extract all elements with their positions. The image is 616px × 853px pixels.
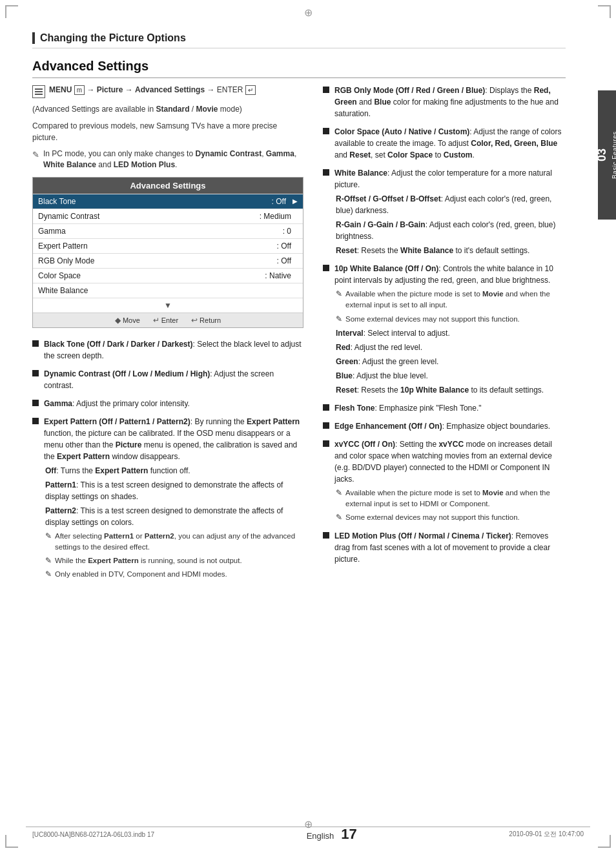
page-footer: [UC8000-NA]BN68-02712A-06L03.indb 17 Eng… (0, 826, 616, 843)
bullet-content-rgb-only-mode: RGB Only Mode (Off / Red / Green / Blue)… (334, 85, 566, 119)
bullet-dynamic-contrast: Dynamic Contrast (Off / Low / Medium / H… (32, 368, 303, 391)
bullet-icon (323, 128, 329, 134)
row-label-dynamic-contrast: Dynamic Contrast (38, 212, 260, 221)
subsection-line (32, 77, 566, 78)
bullet-content-10p-white-balance: 10p White Balance (Off / On): Controls t… (334, 263, 566, 396)
10pwb-sub-red: Red: Adjust the red level. (336, 342, 566, 353)
bullet-icon (32, 418, 39, 424)
move-icon: ◆ (115, 316, 121, 325)
footer-enter-label: Enter (161, 316, 178, 324)
bullet-content-expert-pattern: Expert Pattern (Off / Pattern1 / Pattern… (44, 416, 303, 581)
bullet-content-led-motion-plus: LED Motion Plus (Off / Normal / Cinema /… (334, 530, 566, 565)
bullet-icon (323, 404, 329, 411)
section-heading: Changing the Picture Options (32, 32, 566, 48)
bullet-content-black-tone: Black Tone (Off / Dark / Darker / Darkes… (44, 338, 303, 362)
row-value-rgb-only-mode: : Off (277, 256, 291, 265)
expert-sub-pattern1: Pattern1: This is a test screen designed… (45, 479, 303, 502)
10pwb-note-2: ✎ Some external devices may not support … (336, 314, 566, 325)
subsection-title: Advanced Settings (32, 59, 566, 74)
bullet-white-balance: White Balance: Adjust the color temperat… (323, 167, 566, 256)
bullet-icon (323, 440, 329, 447)
bullet-icon (323, 87, 329, 93)
row-value-expert-pattern: : Off (277, 242, 291, 251)
crosshair-top-icon: ⊕ (304, 6, 313, 19)
expert-note-text-3: Only enabled in DTV, Component and HDMI … (55, 569, 227, 580)
col-right: RGB Only Mode (Off / Red / Green / Blue)… (323, 85, 566, 587)
table-row-rgb-only-mode: RGB Only Mode : Off (33, 253, 303, 268)
table-row-dynamic-contrast: Dynamic Contrast : Medium (33, 209, 303, 223)
bullet-content-gamma: Gamma: Adjust the primary color intensit… (44, 398, 303, 409)
expert-sub-off: Off: Turns the Expert Pattern function o… (45, 465, 303, 477)
bullet-icon (32, 400, 39, 406)
main-content: Changing the Picture Options Advanced Se… (0, 0, 598, 626)
settings-table: Advanced Settings Black Tone : Off ▶ Dyn… (32, 177, 303, 328)
bullet-content-color-space: Color Space (Auto / Native / Custom): Ad… (334, 126, 566, 161)
right-bullet-list: RGB Only Mode (Off / Red / Green / Blue)… (323, 85, 566, 565)
page-container: ⊕ 03 Basic Features Changing the Picture… (0, 0, 616, 853)
row-value-black-tone: : Off (272, 197, 286, 206)
wb-sub-2: R-Gain / G-Gain / B-Gain: Adjust each co… (336, 219, 566, 242)
row-label-rgb-only-mode: RGB Only Mode (38, 256, 277, 265)
side-tab: 03 Basic Features (598, 90, 616, 220)
note-icon: ✎ (32, 149, 39, 161)
bullet-xvycc: xvYCC (Off / On): Setting the xvYCC mode… (323, 438, 566, 524)
svg-rect-1 (35, 91, 43, 92)
section-title: Changing the Picture Options (40, 32, 186, 44)
bullet-expert-pattern: Expert Pattern (Off / Pattern1 / Pattern… (32, 416, 303, 581)
more-indicator: ▼ (164, 301, 172, 310)
bullet-flesh-tone: Flesh Tone: Emphasize pink "Flesh Tone." (323, 402, 566, 414)
intro-text-1: (Advanced Settings are available in Stan… (32, 103, 303, 115)
xvycc-note-1: ✎ Available when the picture mode is set… (336, 488, 566, 510)
table-row-expert-pattern: Expert Pattern : Off (33, 238, 303, 253)
corner-mark-tr (598, 5, 611, 18)
bullet-edge-enhancement: Edge Enhancement (Off / On): Emphasize o… (323, 420, 566, 432)
expert-note-2: ✎ While the Expert Pattern is running, s… (45, 555, 303, 566)
footer-page-number: 17 (341, 826, 356, 842)
table-row-gamma: Gamma : 0 (33, 223, 303, 238)
bullet-icon (323, 265, 329, 271)
bullet-color-space: Color Space (Auto / Native / Custom): Ad… (323, 126, 566, 161)
row-value-dynamic-contrast: : Medium (260, 212, 291, 221)
wb-sub-3: Reset: Resets the White Balance to it's … (336, 245, 566, 256)
footer-date: 2010-09-01 오전 10:47:00 (509, 830, 584, 839)
xvycc-note-text-2: Some external devices may not support th… (345, 512, 520, 523)
menu-path: MENU m → Picture → Advanced Settings → E… (32, 85, 303, 98)
bullet-content-edge-enhancement: Edge Enhancement (Off / On): Emphasize o… (334, 420, 566, 432)
expert-note-1: ✎ After selecting Pattern1 or Pattern2, … (45, 531, 303, 553)
note-text: In PC mode, you can only make changes to… (43, 149, 303, 170)
settings-table-footer: ◆ Move ↵ Enter ↩ Return (33, 313, 303, 327)
menu-path-text: MENU m → Picture → Advanced Settings → E… (49, 85, 256, 96)
bullet-icon (323, 532, 329, 539)
col-left: MENU m → Picture → Advanced Settings → E… (32, 85, 303, 587)
wb-sub-1: R-Offset / G-Offset / B-Offset: Adjust e… (336, 193, 566, 216)
intro-text-2: Compared to previous models, new Samsung… (32, 120, 303, 143)
bullet-icon (32, 340, 39, 347)
footer-return: ↩ Return (191, 316, 221, 325)
bullet-10p-white-balance: 10p White Balance (Off / On): Controls t… (323, 263, 566, 396)
row-value-color-space: : Native (265, 271, 291, 280)
expert-note-text-2: While the Expert Pattern is running, sou… (55, 555, 242, 566)
row-label-white-balance: White Balance (38, 286, 291, 295)
enter-icon: ↵ (153, 316, 159, 325)
table-row-white-balance: White Balance (33, 283, 303, 298)
bullet-icon (323, 169, 329, 176)
note-icon: ✎ (336, 488, 342, 498)
corner-mark-tl (5, 5, 18, 18)
bullet-black-tone: Black Tone (Off / Dark / Darker / Darkes… (32, 338, 303, 362)
footer-file: [UC8000-NA]BN68-02712A-06L03.indb 17 (32, 831, 154, 838)
footer-move-label: Move (123, 316, 140, 324)
row-label-color-space: Color Space (38, 271, 265, 280)
note-icon-2: ✎ (45, 555, 52, 566)
10pwb-sub-interval: Interval: Select interval to adjust. (336, 327, 566, 339)
heading-bar (32, 32, 35, 44)
menu-icon (32, 85, 45, 98)
intro-note: ✎ In PC mode, you can only make changes … (32, 149, 303, 170)
expert-note-3: ✎ Only enabled in DTV, Component and HDM… (45, 569, 303, 580)
expert-note-text-1: After selecting Pattern1 or Pattern2, yo… (55, 531, 303, 553)
table-row-more: ▼ (33, 298, 303, 313)
note-icon-3: ✎ (45, 569, 52, 580)
10pwb-sub-green: Green: Adjust the green level. (336, 356, 566, 367)
footer-page-label: English (307, 831, 334, 841)
row-label-black-tone: Black Tone (38, 197, 272, 206)
10pwb-sub-reset: Reset: Resets the 10p White Balance to i… (336, 384, 566, 396)
